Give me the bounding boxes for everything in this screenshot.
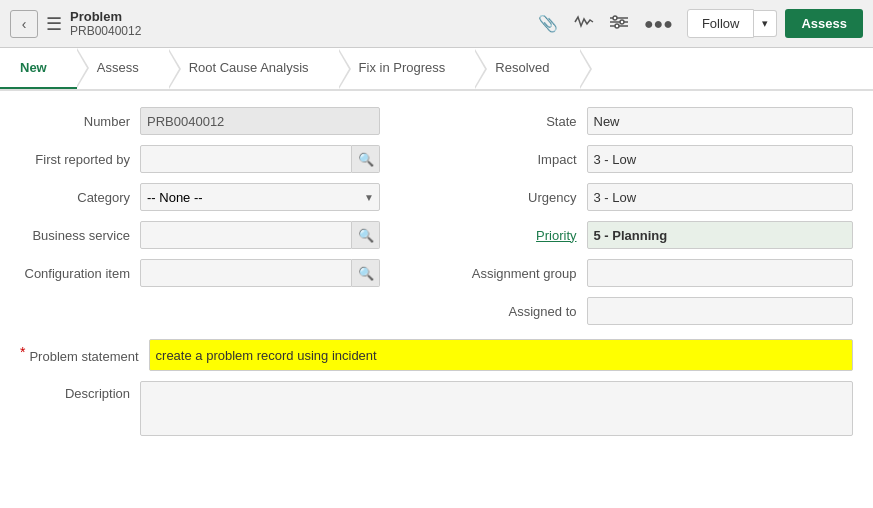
- first-reported-input[interactable]: [140, 145, 352, 173]
- required-star: *: [20, 344, 25, 360]
- category-label: Category: [20, 190, 140, 205]
- description-textarea[interactable]: [140, 381, 853, 436]
- assigned-to-row: Assigned to: [437, 297, 854, 325]
- category-select-wrapper: -- None -- Hardware Software Network ▼: [140, 183, 380, 211]
- category-row: Category -- None -- Hardware Software Ne…: [20, 183, 437, 211]
- impact-label: Impact: [457, 152, 587, 167]
- activity-button[interactable]: [570, 10, 598, 38]
- business-service-input[interactable]: [140, 221, 352, 249]
- svg-point-4: [620, 20, 624, 24]
- state-label: State: [457, 114, 587, 129]
- first-reported-label: First reported by: [20, 152, 140, 167]
- form-right: State New Impact 3 - Low Urgency 3 - Low…: [437, 107, 854, 335]
- description-label: Description: [20, 381, 140, 401]
- urgency-label: Urgency: [457, 190, 587, 205]
- assigned-to-label: Assigned to: [457, 304, 587, 319]
- tab-resolved[interactable]: Resolved: [475, 48, 579, 89]
- more-icon: ●●●: [644, 15, 673, 32]
- header-icons: 📎 ●●●: [534, 10, 677, 38]
- problem-statement-input[interactable]: [149, 339, 853, 371]
- menu-icon: ☰: [46, 14, 62, 34]
- description-row: Description: [20, 381, 853, 436]
- business-service-field: 🔍: [140, 221, 380, 249]
- assignment-group-label: Assignment group: [457, 266, 587, 281]
- search-icon: 🔍: [358, 152, 374, 167]
- tab-fix-in-progress[interactable]: Fix in Progress: [339, 48, 476, 89]
- form-container: Number First reported by 🔍 Category -- N…: [0, 91, 873, 505]
- header-title-group: Problem PRB0040012: [70, 9, 534, 38]
- tab-assess-label: Assess: [97, 60, 139, 75]
- attach-icon: 📎: [538, 15, 558, 32]
- problem-statement-row: * Problem statement: [20, 339, 853, 371]
- tab-new[interactable]: New: [0, 48, 77, 89]
- follow-button[interactable]: Follow: [687, 9, 755, 38]
- tab-root-cause[interactable]: Root Cause Analysis: [169, 48, 339, 89]
- assignment-group-input[interactable]: [587, 259, 854, 287]
- config-item-row: Configuration item 🔍: [20, 259, 437, 287]
- urgency-value: 3 - Low: [587, 183, 854, 211]
- business-service-label: Business service: [20, 228, 140, 243]
- search-icon-2: 🔍: [358, 228, 374, 243]
- assigned-to-input[interactable]: [587, 297, 854, 325]
- first-reported-search-button[interactable]: 🔍: [352, 145, 380, 173]
- back-icon: ‹: [22, 16, 27, 32]
- back-button[interactable]: ‹: [10, 10, 38, 38]
- priority-value: 5 - Planning: [587, 221, 854, 249]
- follow-dropdown-button[interactable]: ▾: [754, 10, 777, 37]
- business-service-search-button[interactable]: 🔍: [352, 221, 380, 249]
- attach-button[interactable]: 📎: [534, 10, 562, 37]
- tab-new-label: New: [20, 60, 47, 75]
- form-left: Number First reported by 🔍 Category -- N…: [20, 107, 437, 335]
- number-row: Number: [20, 107, 437, 135]
- tab-resolved-label: Resolved: [495, 60, 549, 75]
- assess-button[interactable]: Assess: [785, 9, 863, 38]
- tab-root-cause-label: Root Cause Analysis: [189, 60, 309, 75]
- first-reported-row: First reported by 🔍: [20, 145, 437, 173]
- number-input[interactable]: [140, 107, 380, 135]
- urgency-row: Urgency 3 - Low: [437, 183, 854, 211]
- header: ‹ ☰ Problem PRB0040012 📎: [0, 0, 873, 48]
- search-icon-3: 🔍: [358, 266, 374, 281]
- tab-fix-in-progress-label: Fix in Progress: [359, 60, 446, 75]
- more-button[interactable]: ●●●: [640, 11, 677, 37]
- config-item-label: Configuration item: [20, 266, 140, 281]
- form-grid: Number First reported by 🔍 Category -- N…: [20, 107, 853, 335]
- first-reported-field: 🔍: [140, 145, 380, 173]
- svg-point-5: [615, 24, 619, 28]
- number-label: Number: [20, 114, 140, 129]
- customize-button[interactable]: [606, 10, 632, 38]
- priority-row: Priority 5 - Planning: [437, 221, 854, 249]
- header-subtitle: PRB0040012: [70, 24, 534, 38]
- assignment-group-row: Assignment group: [437, 259, 854, 287]
- business-service-row: Business service 🔍: [20, 221, 437, 249]
- progress-tabs: New Assess Root Cause Analysis Fix in Pr…: [0, 48, 873, 91]
- menu-button[interactable]: ☰: [46, 13, 62, 35]
- svg-point-3: [613, 16, 617, 20]
- state-value: New: [587, 107, 854, 135]
- config-item-search-button[interactable]: 🔍: [352, 259, 380, 287]
- header-title: Problem: [70, 9, 534, 24]
- priority-label[interactable]: Priority: [457, 228, 587, 243]
- problem-statement-label: Problem statement: [29, 344, 138, 364]
- tab-assess[interactable]: Assess: [77, 48, 169, 89]
- impact-value: 3 - Low: [587, 145, 854, 173]
- state-row: State New: [437, 107, 854, 135]
- config-item-field: 🔍: [140, 259, 380, 287]
- impact-row: Impact 3 - Low: [437, 145, 854, 173]
- config-item-input[interactable]: [140, 259, 352, 287]
- category-select[interactable]: -- None -- Hardware Software Network: [140, 183, 380, 211]
- activity-icon: [574, 16, 594, 33]
- customize-icon: [610, 16, 628, 33]
